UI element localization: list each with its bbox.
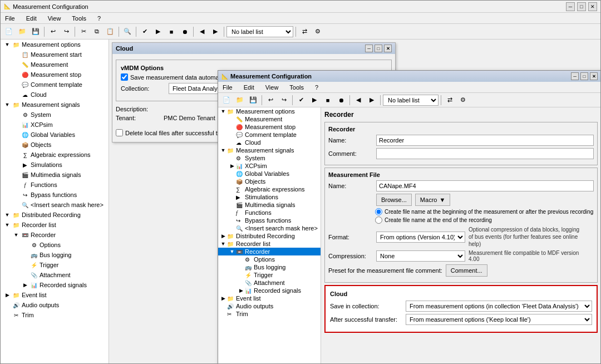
sidebar-item-event-list[interactable]: ▶ 📁 Event list xyxy=(1,290,109,300)
recorder-comment-input[interactable] xyxy=(376,148,594,159)
sidebar-item-options[interactable]: ⚙ Options xyxy=(1,240,109,250)
toolbar-run[interactable]: ▶ xyxy=(152,26,164,38)
mc-sidebar-audio[interactable]: 🔊 Audio outputs xyxy=(218,302,321,310)
mc-sidebar-distributed[interactable]: ▶ 📁 Distributed Recording xyxy=(218,232,321,240)
sidebar-item-trigger[interactable]: ⚡ Trigger xyxy=(1,260,109,270)
mc-sidebar-xcpsim[interactable]: ▶ 📊 XCPsim xyxy=(218,162,321,170)
sidebar-item-measurement-options[interactable]: ▼ 📁 Measurement options xyxy=(1,40,109,50)
sidebar-item-audio-outputs[interactable]: 🔊 Audio outputs xyxy=(1,300,109,310)
menu-edit[interactable]: Edit xyxy=(24,14,39,23)
toolbar-paste[interactable]: 📋 xyxy=(104,26,116,38)
mc-sidebar-attachment[interactable]: 📎 Attachment xyxy=(218,279,321,287)
file-name-input[interactable] xyxy=(376,180,594,191)
mc-sidebar-trigger[interactable]: ⚡ Trigger xyxy=(218,271,321,279)
mc-sidebar-stimulations[interactable]: ▶ Stimulations xyxy=(218,193,321,201)
maximize-button[interactable]: □ xyxy=(577,2,586,11)
mc-tb-nav-right[interactable]: ▶ xyxy=(366,94,378,106)
mc-sidebar-search-mask[interactable]: 🔍 <Insert search mask here> xyxy=(218,224,321,232)
sidebar-item-measurement-start[interactable]: 📋 Measurement start xyxy=(1,50,109,60)
mc-sidebar-algebraic[interactable]: ∑ Algebraic expressions xyxy=(218,185,321,193)
sidebar-item-system[interactable]: ⚙ System xyxy=(1,110,109,120)
toolbar-cut[interactable]: ✂ xyxy=(77,26,90,38)
mc-tb-nav-left[interactable]: ◀ xyxy=(352,94,364,106)
sidebar-item-comment-template[interactable]: 💬 Comment template xyxy=(1,80,109,90)
sidebar-item-objects[interactable]: 📦 Objects xyxy=(1,140,109,150)
mc-sidebar-measurement[interactable]: 📏 Measurement xyxy=(218,115,321,123)
sidebar-item-simulations[interactable]: ▶ Simulations xyxy=(1,160,109,170)
compression-dropdown[interactable]: None xyxy=(376,250,465,262)
mc-sidebar-trim[interactable]: ✂ Trim xyxy=(218,310,321,318)
toolbar-copy[interactable]: ⧉ xyxy=(91,26,103,38)
mc-tb-record[interactable]: ⏺ xyxy=(335,94,347,106)
cloud-minimize-btn[interactable]: ─ xyxy=(365,45,373,52)
save-cloud-checkbox[interactable] xyxy=(121,73,128,81)
sidebar-item-xcpsim[interactable]: 📊 XCPsim xyxy=(1,120,109,130)
mc-sidebar-comment[interactable]: 💬 Comment template xyxy=(218,131,321,139)
delete-local-checkbox[interactable] xyxy=(116,129,123,136)
mc-label-list-dropdown[interactable]: No label list xyxy=(383,95,439,106)
sidebar-item-measurement-signals[interactable]: ▼ 📁 Measurement signals xyxy=(1,100,109,110)
mc-tb-settings[interactable]: ⚙ xyxy=(457,94,469,106)
menu-view[interactable]: View xyxy=(46,14,63,23)
mc-tb-check[interactable]: ✔ xyxy=(295,94,307,106)
sidebar-item-algebraic[interactable]: ∑ Algebraic expressions xyxy=(1,150,109,160)
minimize-button[interactable]: ─ xyxy=(566,2,575,11)
mc-sidebar-meas-stop[interactable]: 🔴 Measurement stop xyxy=(218,123,321,131)
radio-end[interactable] xyxy=(375,217,382,224)
mc-tb-run[interactable]: ▶ xyxy=(308,94,321,106)
mc-sidebar-bus-logging[interactable]: 🚌 Bus logging xyxy=(218,263,321,271)
mc-sidebar-system[interactable]: ⚙ System xyxy=(218,154,321,162)
sidebar-item-recorder[interactable]: ▼ 📼 Recorder xyxy=(1,230,109,240)
mc-sidebar-options[interactable]: ⚙ Options xyxy=(218,255,321,263)
sidebar-item-search-mask[interactable]: 🔍 <Insert search mask here> xyxy=(1,200,109,210)
toolbar-extra1[interactable]: ⇄ xyxy=(298,26,311,38)
sidebar-item-cloud[interactable]: ☁ Cloud xyxy=(1,90,109,100)
mc-sidebar-meas-signals[interactable]: ▼ 📁 Measurement signals xyxy=(218,146,321,154)
toolbar-record[interactable]: ⏺ xyxy=(179,26,191,38)
toolbar-undo[interactable]: ↩ xyxy=(47,26,59,38)
toolbar-settings[interactable]: ⚙ xyxy=(312,26,324,38)
mc-sidebar-event-list[interactable]: ▶ 📁 Event list xyxy=(218,294,321,302)
mc-tb-redo[interactable]: ↪ xyxy=(278,94,290,106)
mc-menu-help[interactable]: ? xyxy=(313,83,321,92)
comment-button[interactable]: Comment... xyxy=(446,264,487,277)
menu-file[interactable]: File xyxy=(3,14,17,23)
mc-menu-file[interactable]: File xyxy=(220,83,235,92)
mc-maximize-btn[interactable]: □ xyxy=(580,72,588,80)
mc-tb-new[interactable]: 📄 xyxy=(220,94,233,106)
toolbar-nav-prev[interactable]: ◀ xyxy=(196,26,208,38)
menu-tools[interactable]: Tools xyxy=(70,14,88,23)
sidebar-item-trim[interactable]: ✂ Trim xyxy=(1,310,109,320)
toolbar-search[interactable]: 🔍 xyxy=(121,26,134,38)
label-list-dropdown[interactable]: No label list xyxy=(226,26,293,37)
mc-sidebar-bypass[interactable]: ↪ Bypass functions xyxy=(218,217,321,224)
mc-sidebar-recorder-list[interactable]: ▼ 📁 Recorder list xyxy=(218,240,321,248)
sidebar-item-functions[interactable]: f Functions xyxy=(1,180,109,190)
sidebar-item-measurement-stop[interactable]: 🔴 Measurement stop xyxy=(1,70,109,80)
toolbar-save[interactable]: 💾 xyxy=(29,26,42,38)
cloud-maximize-btn[interactable]: □ xyxy=(375,45,382,52)
mc-tb-open[interactable]: 📁 xyxy=(234,94,246,106)
sidebar-item-global-vars[interactable]: 🌐 Global Variables xyxy=(1,130,109,140)
mc-menu-edit[interactable]: Edit xyxy=(242,83,257,92)
mc-sidebar-recorded-signals[interactable]: ▶ 📊 Recorded signals xyxy=(218,287,321,294)
browse-button[interactable]: Browse... xyxy=(376,194,412,206)
mc-menu-view[interactable]: View xyxy=(263,83,281,92)
close-button[interactable]: ✕ xyxy=(588,2,597,11)
mc-minimize-btn[interactable]: ─ xyxy=(571,72,579,80)
mc-close-btn[interactable]: ✕ xyxy=(590,72,598,80)
mc-sidebar-meas-opts[interactable]: ▼ 📁 Measurement options xyxy=(218,107,321,115)
menu-help[interactable]: ? xyxy=(95,14,103,23)
mc-sidebar-global-vars[interactable]: 🌐 Global Variables xyxy=(218,170,321,178)
macro-button[interactable]: Macro ▼ xyxy=(415,194,450,206)
cloud-close-btn[interactable]: ✕ xyxy=(384,45,392,52)
sidebar-item-bypass[interactable]: ↪ Bypass functions xyxy=(1,190,109,200)
sidebar-item-recorder-list[interactable]: ▼ 📁 Recorder list xyxy=(1,220,109,230)
sidebar-item-multimedia[interactable]: 🎬 Multimedia signals xyxy=(1,170,109,180)
radio-beginning[interactable] xyxy=(375,208,382,215)
sidebar-item-attachment[interactable]: 📎 Attachment xyxy=(1,270,109,280)
mc-menu-tools[interactable]: Tools xyxy=(287,83,306,92)
save-collection-dropdown[interactable]: From measurement options (in collection … xyxy=(406,301,592,312)
recorder-name-input[interactable] xyxy=(376,135,594,146)
mc-sidebar-cloud[interactable]: ☁ Cloud xyxy=(218,139,321,146)
